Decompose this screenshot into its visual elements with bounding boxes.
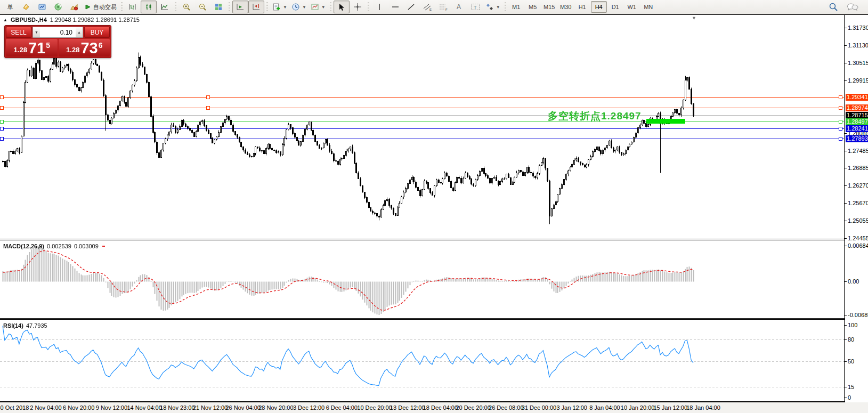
- toolbar-grip: [505, 2, 506, 12]
- price-axis-tick: 1.31130: [848, 42, 868, 48]
- chart-shift-button[interactable]: [248, 1, 264, 13]
- equidistant-channel-button[interactable]: E: [419, 1, 435, 13]
- turning-point-annotation[interactable]: 多空转折点1.28497: [548, 109, 642, 123]
- channel-icon: E: [423, 3, 432, 11]
- templates-icon: [311, 3, 319, 11]
- timeframe-button-m30[interactable]: M30: [558, 1, 574, 13]
- fibonacci-button[interactable]: F: [435, 1, 451, 13]
- timeframe-button-m15[interactable]: M15: [541, 1, 557, 13]
- svg-text:F: F: [445, 8, 448, 11]
- timeframe-button-h4[interactable]: H4: [591, 1, 607, 13]
- svg-text:T: T: [474, 5, 477, 10]
- new-order-label: 单: [7, 3, 13, 11]
- zoom-in-icon: [182, 3, 191, 11]
- tile-windows-button[interactable]: [210, 1, 226, 13]
- auto-scroll-button[interactable]: [232, 1, 248, 13]
- horizontal-line-button[interactable]: [387, 1, 403, 13]
- timeframe-toolbar: M1M5M15M30H1H4D1W1MN: [508, 1, 656, 13]
- svg-text:A: A: [457, 3, 461, 11]
- price-chart[interactable]: [0, 15, 844, 239]
- fibonacci-icon: F: [439, 3, 448, 11]
- turning-point-bar[interactable]: [646, 119, 685, 124]
- search-icon[interactable]: [829, 2, 838, 12]
- chart-window: ▲ GBPUSD-,H4 1.29048 1.29082 1.28691 1.2…: [0, 14, 868, 413]
- metaeditor-button[interactable]: [18, 1, 34, 13]
- crosshair-button[interactable]: [350, 1, 366, 13]
- macd-label: MACD(12,26,9): [3, 243, 44, 249]
- text-label-icon: T: [470, 3, 480, 11]
- chart-ohlc-header: ▲ GBPUSD-,H4 1.29048 1.29082 1.28691 1.2…: [3, 17, 140, 23]
- ohlc-values: 1.29048 1.29082 1.28691 1.28715: [50, 17, 140, 23]
- buy-button[interactable]: BUY: [84, 27, 110, 38]
- autotrading-icon: [84, 3, 92, 11]
- buy-price-prefix: 1.28: [66, 46, 79, 54]
- chat-icon[interactable]: [847, 2, 858, 12]
- timeframe-button-d1[interactable]: D1: [607, 1, 623, 13]
- macd-panel[interactable]: [0, 240, 844, 318]
- metaeditor-icon: [22, 3, 30, 11]
- indicators-button[interactable]: ▼: [270, 1, 289, 13]
- time-scale[interactable]: 30 Oct 20182 Nov 04:006 Nov 20:009 Nov 1…: [0, 402, 868, 413]
- price-badge: 1.28497: [846, 118, 868, 125]
- text-label-button[interactable]: T: [467, 1, 483, 13]
- sell-button[interactable]: SELL: [6, 27, 31, 38]
- cursor-button[interactable]: [334, 1, 350, 13]
- rsi-panel[interactable]: [0, 320, 844, 401]
- market-watch-icon: [70, 3, 78, 11]
- charts-window-icon: [38, 3, 46, 11]
- autotrading-button[interactable]: 自动交易: [82, 1, 119, 13]
- collapse-panel-icon[interactable]: ▲: [3, 18, 7, 22]
- top-toolbar: 单 自动交易 ▼: [0, 0, 868, 14]
- navigator-button[interactable]: [50, 1, 66, 13]
- price-badge: 1.27893: [846, 135, 868, 142]
- price-axis-tick: 1.31730: [848, 25, 868, 31]
- toolbar-grip: [330, 2, 331, 12]
- volume-increase-button[interactable]: ▲: [76, 27, 83, 37]
- zoom-in-button[interactable]: [179, 1, 194, 13]
- rsi-value: 47.7935: [26, 322, 47, 329]
- templates-button[interactable]: ▼: [309, 1, 328, 13]
- charts-window-button[interactable]: [34, 1, 50, 13]
- spinner-down-icon: ▼: [35, 30, 38, 34]
- macd-value-signal: 0.003009: [74, 243, 99, 249]
- auto-scroll-icon: [236, 3, 245, 11]
- chevron-down-icon: ▼: [283, 5, 287, 10]
- vertical-line-button[interactable]: [371, 1, 387, 13]
- price-axis-tick: 1.29915: [848, 77, 868, 84]
- timeframe-button-mn[interactable]: MN: [640, 1, 656, 13]
- sell-price-display[interactable]: 1.28 71 5: [6, 39, 58, 56]
- price-axis-tick: 1.25055: [848, 217, 868, 224]
- toolbar-grip: [175, 2, 176, 12]
- price-axis-tick: 1.26885: [848, 165, 868, 171]
- one-click-trading-panel: SELL ▼ ▲ BUY 1.28 71 5 1.28 73 6: [4, 25, 111, 58]
- line-chart-icon: [160, 3, 169, 11]
- chevron-down-icon: ▼: [496, 5, 500, 10]
- timeframe-button-w1[interactable]: W1: [624, 1, 640, 13]
- navigator-icon: [54, 3, 62, 11]
- zoom-out-button[interactable]: [194, 1, 210, 13]
- price-scale[interactable]: 1.317301.311301.305151.299151.280851.274…: [844, 15, 868, 401]
- candlestick-button[interactable]: [141, 1, 157, 13]
- volume-decrease-button[interactable]: ▼: [33, 27, 40, 37]
- indicators-icon: [272, 3, 281, 11]
- volume-input[interactable]: [40, 27, 76, 37]
- shapes-button[interactable]: ▼: [483, 1, 502, 13]
- zoom-out-icon: [198, 3, 207, 11]
- macd-label-row: MACD(12,26,9) 0.002539 0.003009: [3, 243, 105, 249]
- bar-chart-button[interactable]: [125, 1, 141, 13]
- svg-text:E: E: [429, 8, 432, 11]
- rsi-axis-label: 50: [848, 358, 854, 365]
- price-axis-tick: 1.25670: [848, 200, 868, 206]
- buy-price-display[interactable]: 1.28 73 6: [59, 39, 110, 56]
- shift-marker-icon[interactable]: ▼: [692, 15, 696, 21]
- timeframe-button-m5[interactable]: M5: [525, 1, 541, 13]
- timeframe-button-h1[interactable]: H1: [574, 1, 590, 13]
- text-button[interactable]: A: [451, 1, 467, 13]
- timeframe-button-m1[interactable]: M1: [508, 1, 524, 13]
- market-watch-button[interactable]: [66, 1, 82, 13]
- periods-button[interactable]: ▼: [289, 1, 309, 13]
- new-order-button[interactable]: 单: [2, 1, 18, 13]
- trendline-button[interactable]: [403, 1, 419, 13]
- line-chart-button[interactable]: [157, 1, 173, 13]
- buy-price-pip: 6: [99, 41, 103, 50]
